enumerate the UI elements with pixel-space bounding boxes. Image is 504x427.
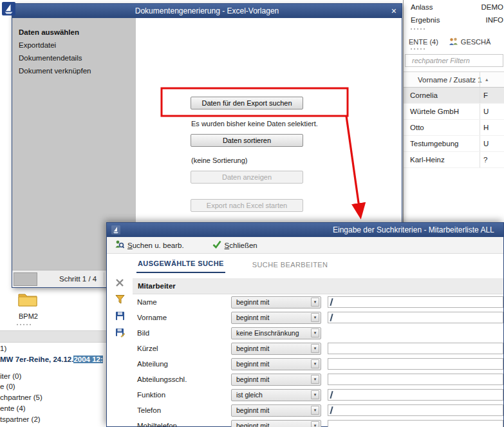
- operator-dropdown[interactable]: beginnt mit▾: [231, 358, 321, 370]
- chevron-down-icon: ▾: [311, 375, 319, 384]
- contacts-table: Vorname / Zusatz 1 ▲ Cornelia F Würtele …: [404, 71, 504, 168]
- value-input[interactable]: [328, 404, 503, 416]
- criteria-icon-strip: [107, 273, 133, 426]
- sort-data-button[interactable]: Daten sortieren: [191, 134, 303, 147]
- tab-ausgewaehlte-suche[interactable]: AUSGEWÄHLTE SUCHE: [136, 256, 225, 273]
- no-sort-text: (keine Sortierung): [191, 157, 247, 164]
- chevron-down-icon: ▾: [311, 406, 319, 415]
- step-dokument-verknuepfen[interactable]: Dokument verknüpfen: [12, 64, 136, 77]
- table-header-vorname[interactable]: Vorname / Zusatz 1 ▲: [404, 72, 504, 88]
- search-and-edit-button[interactable]: Suchen u. bearb.: [115, 240, 184, 251]
- value-input[interactable]: [328, 296, 503, 308]
- search-person-icon: [115, 240, 124, 251]
- step-indicator: Schritt 1 / 4: [59, 275, 97, 283]
- value-input[interactable]: [328, 374, 503, 385]
- sort-asc-icon: ▲: [485, 77, 489, 82]
- chevron-down-icon: ▾: [311, 421, 319, 427]
- people-icon: [449, 37, 458, 46]
- tree-item[interactable]: tspartner (2): [0, 415, 41, 423]
- splitter-dots-icon[interactable]: [10, 321, 31, 325]
- operator-dropdown[interactable]: beginnt mit▾: [231, 404, 321, 417]
- chevron-down-icon: ▾: [311, 344, 319, 353]
- tab-geschaeftspartner[interactable]: GESCHÄ: [461, 38, 490, 46]
- search-export-data-button[interactable]: Daten für den Export suchen: [191, 97, 303, 109]
- splitter-dots-icon[interactable]: [404, 26, 504, 30]
- tree-item-selected[interactable]: MW 7er-Reihe, 24.12.2004 12:: [0, 356, 103, 363]
- tree-item[interactable]: ente (4): [0, 404, 26, 412]
- field-value: DEMO: [481, 3, 504, 11]
- step-exportdatei[interactable]: Exportdatei: [12, 39, 136, 52]
- field-row-anlass: Anlass DEMO: [404, 0, 504, 13]
- search-toolbar: Suchen u. bearb. Schließen: [107, 237, 503, 254]
- value-input[interactable]: [328, 389, 503, 401]
- criteria-form: Name beginnt mit▾ Vorname beginnt mit▾ B…: [133, 294, 503, 426]
- chevron-down-icon: ▾: [311, 359, 319, 368]
- tree-item[interactable]: 1): [0, 345, 6, 352]
- table-row[interactable]: Karl-Heinz ?: [404, 152, 504, 168]
- criteria-row-bild: Bild keine Einschränkung▾: [133, 325, 503, 341]
- chevron-down-icon: ▾: [311, 313, 319, 322]
- folder-label[interactable]: BPM2: [13, 312, 44, 320]
- close-search-button[interactable]: Schließen: [212, 240, 257, 250]
- tab-suche-bearbeiten[interactable]: SUCHE BEARBEITEN: [251, 257, 330, 273]
- tab-dokumente[interactable]: ENTE (4): [409, 38, 438, 46]
- table-row[interactable]: Würtele GmbH U: [404, 104, 504, 120]
- window1-title: Dokumentengenerierung - Excel-Vorlagen: [12, 6, 402, 15]
- table-row[interactable]: Testumgebung U: [404, 136, 504, 152]
- tree-item[interactable]: chpartner (5): [0, 394, 42, 401]
- operator-dropdown[interactable]: beginnt mit▾: [231, 312, 321, 324]
- field-value: INFO: [486, 16, 503, 24]
- section-band: [0, 330, 106, 343]
- table-row[interactable]: Otto H: [404, 120, 504, 136]
- close-icon[interactable]: ×: [391, 4, 397, 18]
- record-detail-panel: Anlass DEMO Ergebnis INFO ENTE (4) GESCH…: [403, 0, 504, 222]
- save-search-icon[interactable]: [115, 311, 125, 323]
- sailboat-logo-icon: [2, 2, 15, 18]
- start-excel-export-button[interactable]: Export nach Excel starten: [191, 199, 303, 212]
- operator-dropdown[interactable]: ist gleich▾: [231, 389, 321, 401]
- criteria-row-kuerzel: Kürzel beginnt mit▾: [133, 341, 503, 356]
- progress-box: [14, 272, 37, 286]
- step-daten-auswaehlen[interactable]: Daten auswählen: [12, 26, 136, 39]
- window2-titlebar[interactable]: Eingabe der Suchkriterien - Mitarbeiterl…: [107, 223, 503, 237]
- screen: Anlass DEMO Ergebnis INFO ENTE (4) GESCH…: [0, 0, 504, 427]
- value-input[interactable]: [328, 312, 503, 323]
- criteria-row-name: Name beginnt mit▾: [133, 294, 503, 310]
- field-label: Ergebnis: [411, 16, 440, 24]
- operator-dropdown[interactable]: beginnt mit▾: [231, 420, 321, 427]
- criteria-row-mobiltelefon: Mobiltelefon beginnt mit▾: [133, 418, 503, 427]
- value-input[interactable]: [328, 358, 503, 370]
- chevron-down-icon: ▾: [311, 298, 319, 307]
- column-header-label: Vorname / Zusatz 1: [418, 76, 482, 84]
- save-search-as-icon[interactable]: [115, 328, 125, 340]
- criteria-row-abteilungsschl: Abteilungsschl. beginnt mit▾: [133, 372, 503, 387]
- criteria-section-header: Mitarbeiter: [133, 278, 503, 294]
- window-suchkriterien: Eingabe der Suchkriterien - Mitarbeiterl…: [106, 222, 504, 427]
- window1-titlebar[interactable]: Dokumentengenerierung - Excel-Vorlagen ×: [12, 4, 402, 18]
- splitter-dots-icon[interactable]: [404, 46, 504, 50]
- tree-item[interactable]: iter (0): [0, 372, 21, 380]
- contact-filter-input[interactable]: rechpartner Filtern: [405, 54, 503, 67]
- criteria-row-telefon: Telefon beginnt mit▾: [133, 403, 503, 418]
- value-input[interactable]: [328, 343, 503, 354]
- operator-dropdown[interactable]: keine Einschränkung▾: [231, 327, 321, 339]
- table-row[interactable]: Cornelia F: [404, 88, 504, 104]
- operator-dropdown[interactable]: beginnt mit▾: [231, 296, 321, 308]
- step-dokumentendetails[interactable]: Dokumentendetails: [12, 52, 136, 64]
- chevron-down-icon: ▾: [311, 328, 319, 337]
- folder-icon[interactable]: [17, 291, 38, 310]
- show-data-button[interactable]: Daten anzeigen: [191, 171, 303, 184]
- filter-placeholder: rechpartner Filtern: [412, 57, 470, 64]
- explorer-panel: BPM2 1) MW 7er-Reihe, 24.12.2004 12: ite…: [0, 288, 106, 427]
- sub-tabs: ENTE (4) GESCHÄ: [404, 37, 504, 46]
- clear-criteria-icon[interactable]: [115, 278, 124, 290]
- tree-item[interactable]: e (0): [0, 383, 15, 390]
- operator-dropdown[interactable]: beginnt mit▾: [231, 374, 321, 386]
- search-tabs: AUSGEWÄHLTE SUCHE SUCHE BEARBEITEN: [107, 254, 503, 273]
- sailboat-logo-icon: [111, 225, 120, 234]
- value-input[interactable]: [328, 420, 503, 427]
- operator-dropdown[interactable]: beginnt mit▾: [231, 343, 321, 355]
- filter-icon[interactable]: [115, 294, 125, 307]
- check-icon: [212, 240, 221, 250]
- chevron-down-icon: ▾: [311, 390, 319, 399]
